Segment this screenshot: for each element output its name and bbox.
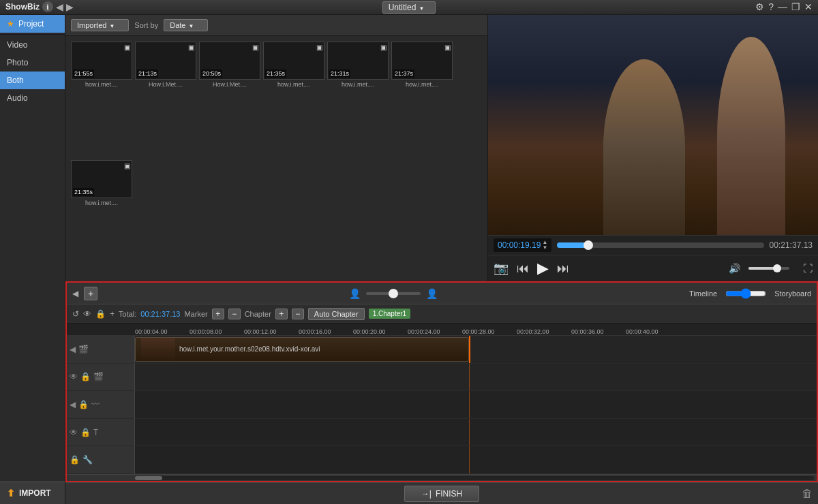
chapter-plus-button[interactable]: + xyxy=(275,309,288,319)
timeline-left-arrow[interactable]: ◀ xyxy=(72,289,78,298)
title-dropdown[interactable]: Untitled xyxy=(382,1,436,14)
fullscreen-button[interactable]: ⛶ xyxy=(803,263,813,274)
ruler-mark-10: 00:00:40.00 xyxy=(626,328,680,335)
total-label: Total: xyxy=(119,310,136,318)
sidebar-item-photo[interactable]: Photo xyxy=(0,54,65,72)
add-track-button[interactable]: + xyxy=(110,309,115,319)
eye-button[interactable]: 👁 xyxy=(83,309,91,319)
auto-chapter-button[interactable]: Auto Chapter xyxy=(308,308,365,320)
thumb-name-7: how.i.met.... xyxy=(71,200,132,206)
sidebar-item-video[interactable]: Video xyxy=(0,36,65,54)
lock-button[interactable]: 🔒 xyxy=(95,309,106,319)
finish-button[interactable]: →| FINISH xyxy=(404,486,479,502)
track-control-video2: 👁 🔒 🎬 xyxy=(67,364,134,392)
back-button[interactable]: ◀ xyxy=(56,1,63,12)
sidebar-item-audio[interactable]: Audio xyxy=(0,89,65,107)
film-icon-3: ▣ xyxy=(252,44,258,51)
progress-thumb[interactable] xyxy=(584,240,593,250)
storyboard-label[interactable]: Storyboard xyxy=(774,289,811,298)
scroll-thumb[interactable] xyxy=(135,476,162,480)
media-grid: ▣21:55s how.i.met.... ▣21:13s How.I.Met.… xyxy=(65,36,487,281)
marker-label: Marker xyxy=(184,310,207,318)
tc-lock-icon-2[interactable]: 🔒 xyxy=(80,372,91,381)
tc-film-icon-1[interactable]: 🎬 xyxy=(78,345,89,354)
zoom-thumb[interactable] xyxy=(389,289,398,298)
media-thumb-1[interactable]: ▣21:55s how.i.met.... xyxy=(71,42,132,157)
tc-eye-icon-4[interactable]: 👁 xyxy=(70,428,78,437)
undo-button[interactable]: ↺ xyxy=(72,309,79,319)
step-forward-button[interactable]: ⏭ xyxy=(557,262,569,276)
v-divider-3 xyxy=(469,391,470,418)
time-arrows[interactable]: ▲ ▼ xyxy=(542,240,547,251)
step-back-button[interactable]: ⏮ xyxy=(517,262,529,276)
ruler-mark-9: 00:00:36.00 xyxy=(571,328,626,335)
tc-lock-icon-5[interactable]: 🔒 xyxy=(70,455,80,464)
preview-panel: 00:00:19.19 ▲ ▼ 00:21:37.13 📷 ⏮ xyxy=(488,15,818,281)
timeline-ruler: 00:00:04.00 00:00:08.00 00:00:12.00 00:0… xyxy=(67,324,817,336)
tc-arrow-icon-3[interactable]: ◀ xyxy=(70,400,76,409)
timeline-scrollbar xyxy=(67,474,817,481)
media-thumb-2[interactable]: ▣21:13s How.I.Met.... xyxy=(135,42,196,157)
timeline-add-button[interactable]: + xyxy=(84,287,97,300)
film-icon-4: ▣ xyxy=(316,44,322,51)
chapter-minus-button[interactable]: − xyxy=(292,309,304,319)
sidebar-item-both[interactable]: Both xyxy=(0,72,65,89)
media-thumb-4[interactable]: ▣21:35s how.i.met.... xyxy=(263,42,324,157)
minimize-button[interactable]: — xyxy=(778,1,787,12)
finish-label: FINISH xyxy=(436,489,462,499)
film-icon-2: ▣ xyxy=(188,44,194,51)
media-thumb-7[interactable]: ▣21:35s how.i.met.... xyxy=(71,160,132,276)
tc-effect-icon[interactable]: 🔧 xyxy=(82,455,93,464)
zoom-track[interactable] xyxy=(366,292,421,295)
restore-button[interactable]: ❐ xyxy=(791,1,800,12)
playhead[interactable] xyxy=(469,336,470,363)
sort-dropdown[interactable]: Date xyxy=(164,19,208,31)
ruler-label-5: 00:00:20.00 xyxy=(353,328,386,335)
marker-minus-button[interactable]: − xyxy=(228,309,241,319)
marker-plus-button[interactable]: + xyxy=(212,309,224,319)
media-thumb-3[interactable]: ▣20:50s How.I.Met.... xyxy=(199,42,260,157)
close-button[interactable]: ✕ xyxy=(804,1,813,12)
play-button[interactable]: ▶ xyxy=(537,259,549,277)
info-button[interactable]: ℹ xyxy=(42,1,53,12)
duration-5: 21:31s xyxy=(329,69,350,78)
help-button[interactable]: ? xyxy=(768,1,774,12)
progress-bar[interactable] xyxy=(557,242,763,248)
sidebar-label-video: Video xyxy=(7,40,27,50)
delete-button[interactable]: 🗑 xyxy=(802,488,813,500)
settings-button[interactable]: ⚙ xyxy=(755,1,764,12)
tc-arrow-icon-1[interactable]: ◀ xyxy=(70,345,76,354)
tc-eye-icon-2[interactable]: 👁 xyxy=(70,372,78,381)
timeline-header: ◀ + 👤 👤 Timeline Storyboard xyxy=(67,283,817,304)
scroll-track[interactable] xyxy=(135,476,814,480)
volume-bar[interactable] xyxy=(748,267,789,270)
tc-wave-icon[interactable]: 〰 xyxy=(91,400,100,409)
tc-lock-icon-3[interactable]: 🔒 xyxy=(78,400,89,409)
media-toolbar: Imported Sort by Date xyxy=(65,15,487,36)
media-thumb-5[interactable]: ▣21:31s how.i.met.... xyxy=(327,42,389,157)
forward-button[interactable]: ▶ xyxy=(66,1,74,12)
tc-lock-icon-4[interactable]: 🔒 xyxy=(80,428,91,437)
ruler-label-7: 00:00:28.00 xyxy=(462,328,495,335)
chapter-tag[interactable]: 1.Chapter1 xyxy=(369,309,410,319)
tc-text-icon[interactable]: T xyxy=(93,428,98,437)
ruler-label-2: 00:00:08.00 xyxy=(190,328,222,335)
media-thumb-6[interactable]: ▣21:37s how.i.met.... xyxy=(391,42,453,157)
ruler-mark-1: 00:00:04.00 xyxy=(135,328,190,335)
volume-thumb[interactable] xyxy=(773,264,781,272)
filter-dropdown[interactable]: Imported xyxy=(71,19,129,31)
import-label: IMPORT xyxy=(19,488,51,498)
timeline-zoom-range[interactable] xyxy=(725,288,766,299)
zoom-slider[interactable] xyxy=(366,292,421,295)
person-icon-left: 👤 xyxy=(349,288,361,299)
duration-1: 21:55s xyxy=(73,69,94,78)
time-down-arrow[interactable]: ▼ xyxy=(542,245,547,251)
snapshot-button[interactable]: 📷 xyxy=(494,261,509,276)
import-button[interactable]: ⬆ IMPORT xyxy=(0,482,65,504)
video-clip-1[interactable]: how.i.met.your.mother.s02e08.hdtv.xvid-x… xyxy=(135,337,469,362)
volume-icon[interactable]: 🔊 xyxy=(729,263,740,274)
tc-film-icon-2[interactable]: 🎬 xyxy=(93,372,104,381)
sidebar-item-project[interactable]: ★ Project xyxy=(0,15,65,33)
track-controls: ◀ 🎬 👁 🔒 🎬 ◀ 🔒 〰 👁 🔒 xyxy=(67,336,135,474)
track-control-text: 👁 🔒 T xyxy=(67,419,134,447)
